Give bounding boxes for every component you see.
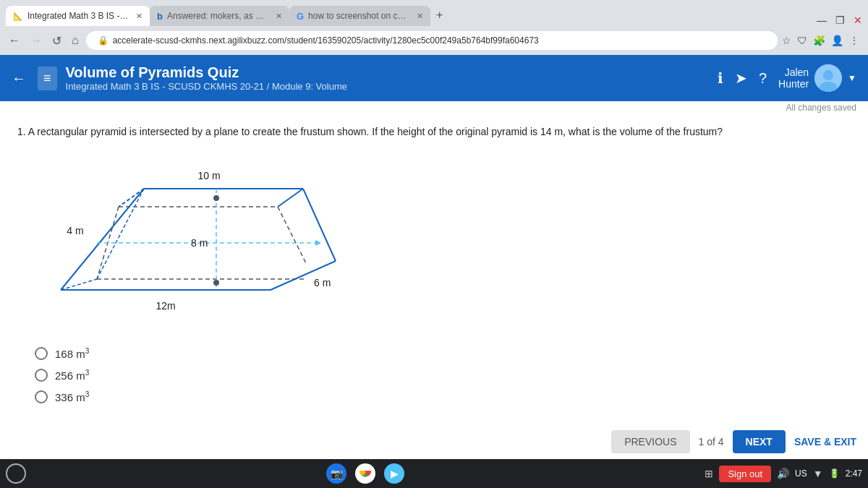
- clock: 2:47: [846, 468, 862, 479]
- taskbar-chrome-icon[interactable]: [355, 463, 375, 484]
- svg-line-12: [61, 189, 144, 290]
- svg-point-1: [823, 70, 833, 80]
- profile-icon[interactable]: 👤: [831, 35, 843, 46]
- quiz-icon: ≡: [38, 67, 57, 90]
- tab-title-1: Integrated Math 3 B IS - SCUSD C: [27, 11, 129, 21]
- user-name: Jalen Hunter: [778, 67, 809, 90]
- maximize-button[interactable]: ❐: [835, 14, 845, 26]
- home-button[interactable]: ⌂: [69, 31, 82, 50]
- address-bar-row: ← → ↺ ⌂ 🔒 accelerate-scusd-ckmhs.next.ag…: [0, 26, 868, 55]
- tab-title-3: how to screenshot on chromebo: [308, 11, 409, 21]
- chrome-logo: [358, 466, 373, 481]
- option-2-label: 256 m3: [55, 369, 89, 382]
- quiz-subtitle: Integrated Math 3 B IS - SCUSD CKMHS 20-…: [66, 81, 718, 92]
- svg-line-5: [278, 207, 307, 265]
- new-tab-button[interactable]: +: [430, 9, 448, 22]
- taskbar: 📷 ▶ ⊞ Sign out 🔊 US ▼ 🔋 2:47: [0, 459, 868, 488]
- label-4m: 4 m: [67, 225, 83, 236]
- next-button[interactable]: NEXT: [733, 430, 786, 453]
- star-icon[interactable]: ☆: [782, 35, 791, 46]
- page-indicator: 1 of 4: [699, 436, 724, 448]
- svg-point-19: [213, 195, 219, 201]
- avatar[interactable]: [814, 64, 842, 92]
- tab-close-2[interactable]: ✕: [276, 12, 282, 21]
- browser-chrome: 📐 Integrated Math 3 B IS - SCUSD C ✕ b A…: [0, 0, 868, 55]
- tab-bar: 📐 Integrated Math 3 B IS - SCUSD C ✕ b A…: [0, 0, 868, 26]
- info-icon[interactable]: ℹ: [718, 69, 723, 87]
- taskbar-apps-icon[interactable]: ⊞: [705, 468, 713, 479]
- save-exit-button[interactable]: SAVE & EXIT: [794, 436, 856, 448]
- radio-1[interactable]: [35, 347, 48, 360]
- radio-3[interactable]: [35, 390, 48, 403]
- url-text: accelerate-scusd-ckmhs.next.agilixbuzz.c…: [113, 35, 539, 46]
- answer-option-1[interactable]: 168 m3: [35, 347, 833, 360]
- diagram-container: 10 m 4 m 8 m 6 m 12m: [32, 149, 379, 333]
- tab-title-2: Answered: mokers, as measured: [167, 11, 268, 21]
- svg-line-9: [278, 189, 303, 207]
- address-input-container[interactable]: 🔒 accelerate-scusd-ckmhs.next.agilixbuzz…: [86, 31, 778, 50]
- previous-button[interactable]: PREVIOUS: [611, 430, 689, 453]
- dropdown-arrow[interactable]: ▼: [848, 73, 856, 83]
- option-1-label: 168 m3: [55, 347, 89, 360]
- send-icon[interactable]: ➤: [735, 69, 747, 87]
- extensions-icon[interactable]: 🧩: [813, 35, 825, 46]
- quiz-title: Volume of Pyramids Quiz: [66, 64, 718, 81]
- forward-button[interactable]: →: [27, 31, 45, 50]
- svg-line-15: [61, 279, 97, 290]
- tab-3[interactable]: G how to screenshot on chromebo ✕: [289, 6, 430, 26]
- wifi-icon[interactable]: ▼: [813, 468, 823, 479]
- frustum-diagram: 10 m 4 m 8 m 6 m 12m: [32, 149, 365, 330]
- footer-bar: PREVIOUS 1 of 4 NEXT SAVE & EXIT: [600, 424, 868, 459]
- label-6m: 6 m: [314, 277, 331, 288]
- taskbar-volume-icon[interactable]: 🔊: [777, 468, 789, 479]
- avatar-image: [814, 64, 842, 92]
- label-10m: 10 m: [197, 170, 220, 181]
- sign-out-button[interactable]: Sign out: [719, 466, 771, 482]
- label-12m: 12m: [156, 300, 175, 312]
- tab-2[interactable]: b Answered: mokers, as measured ✕: [150, 6, 289, 26]
- help-icon[interactable]: ?: [759, 70, 767, 87]
- us-label: US: [795, 468, 807, 479]
- app-header: ← ≡ Volume of Pyramids Quiz Integrated M…: [0, 55, 868, 101]
- answer-options: 168 m3 256 m3 336 m3: [17, 347, 851, 403]
- minimize-button[interactable]: —: [817, 14, 827, 26]
- question-text: 1. A rectangular pyramid is intersected …: [17, 126, 851, 137]
- main-content: 1. A rectangular pyramid is intersected …: [0, 114, 868, 427]
- svg-line-13: [303, 189, 336, 261]
- answer-option-2[interactable]: 256 m3: [35, 369, 833, 382]
- tab-icon-3: G: [297, 11, 304, 22]
- taskbar-camera-icon[interactable]: 📷: [326, 463, 346, 484]
- tab-close-1[interactable]: ✕: [136, 12, 142, 21]
- radio-2[interactable]: [35, 369, 48, 382]
- menu-icon[interactable]: ⋮: [849, 35, 859, 46]
- close-button[interactable]: ✕: [854, 14, 862, 26]
- battery-icon: 🔋: [829, 468, 840, 479]
- option-3-label: 336 m3: [55, 390, 89, 403]
- label-8m: 8 m: [191, 237, 208, 249]
- reload-button[interactable]: ↺: [49, 31, 64, 51]
- taskbar-circle[interactable]: [6, 463, 26, 484]
- shield-icon[interactable]: 🛡: [797, 35, 807, 46]
- taskbar-play-icon[interactable]: ▶: [384, 463, 404, 484]
- tab-icon-2: b: [157, 11, 163, 22]
- header-title-block: Volume of Pyramids Quiz Integrated Math …: [66, 64, 718, 92]
- app-back-button[interactable]: ←: [12, 70, 26, 87]
- tab-active[interactable]: 📐 Integrated Math 3 B IS - SCUSD C ✕: [6, 6, 150, 26]
- answer-option-3[interactable]: 336 m3: [35, 390, 833, 403]
- svg-point-20: [213, 280, 219, 286]
- tab-icon-1: 📐: [13, 12, 23, 21]
- taskbar-right: ⊞ Sign out 🔊 US ▼ 🔋 2:47: [705, 466, 862, 482]
- browser-action-icons: ☆ 🛡 🧩 👤 ⋮: [782, 35, 862, 46]
- changes-saved-label: All changes saved: [0, 101, 868, 114]
- lock-icon: 🔒: [98, 35, 109, 46]
- window-controls: — ❐ ✕: [817, 14, 868, 26]
- svg-marker-18: [315, 240, 321, 246]
- back-button[interactable]: ←: [6, 31, 23, 50]
- user-block: Jalen Hunter ▼: [778, 64, 856, 92]
- tab-close-3[interactable]: ✕: [417, 12, 423, 21]
- header-actions: ℹ ➤ ?: [718, 69, 767, 87]
- svg-line-14: [97, 189, 144, 279]
